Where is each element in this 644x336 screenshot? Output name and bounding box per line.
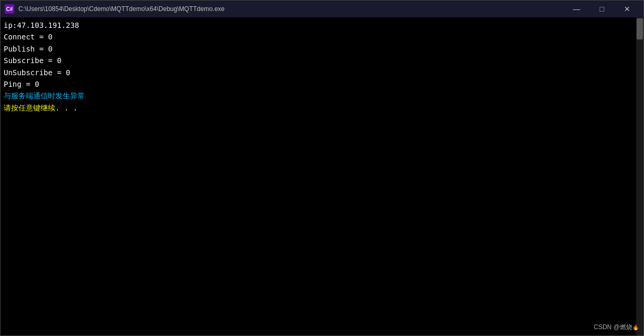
title-controls: — □ ✕ bbox=[564, 1, 639, 17]
watermark: CSDN @燃烧🔥 bbox=[593, 323, 639, 332]
window-wrapper: C# C:\Users\10854\Desktop\Cdemo\MQTTdemo… bbox=[0, 0, 644, 336]
scrollbar[interactable] bbox=[636, 17, 643, 335]
line-ping: Ping = 0 bbox=[4, 78, 633, 90]
console-content: ip:47.103.191.238Connect = 0Publish = 0S… bbox=[1, 17, 636, 335]
maximize-button[interactable]: □ bbox=[590, 1, 614, 17]
line-subscribe: Subscribe = 0 bbox=[4, 55, 633, 66]
line-connect: Connect = 0 bbox=[4, 31, 633, 43]
line-ip: ip:47.103.191.238 bbox=[4, 19, 633, 31]
close-button[interactable]: ✕ bbox=[615, 1, 639, 17]
title-text: C:\Users\10854\Desktop\Cdemo\MQTTdemo\x6… bbox=[18, 5, 564, 13]
line-press: 请按任意键继续. . . bbox=[4, 102, 633, 114]
line-unsubscribe: UnSubscribe = 0 bbox=[4, 67, 633, 78]
line-error: 与服务端通信时发生异常 bbox=[4, 90, 633, 101]
main-window: C# C:\Users\10854\Desktop\Cdemo\MQTTdemo… bbox=[0, 0, 644, 336]
console-area: ip:47.103.191.238Connect = 0Publish = 0S… bbox=[1, 17, 643, 335]
minimize-button[interactable]: — bbox=[564, 1, 589, 17]
app-icon-text: C# bbox=[6, 6, 13, 12]
app-icon: C# bbox=[5, 4, 14, 14]
title-bar: C# C:\Users\10854\Desktop\Cdemo\MQTTdemo… bbox=[1, 1, 643, 17]
line-publish: Publish = 0 bbox=[4, 43, 633, 55]
scrollbar-thumb[interactable] bbox=[637, 18, 643, 39]
